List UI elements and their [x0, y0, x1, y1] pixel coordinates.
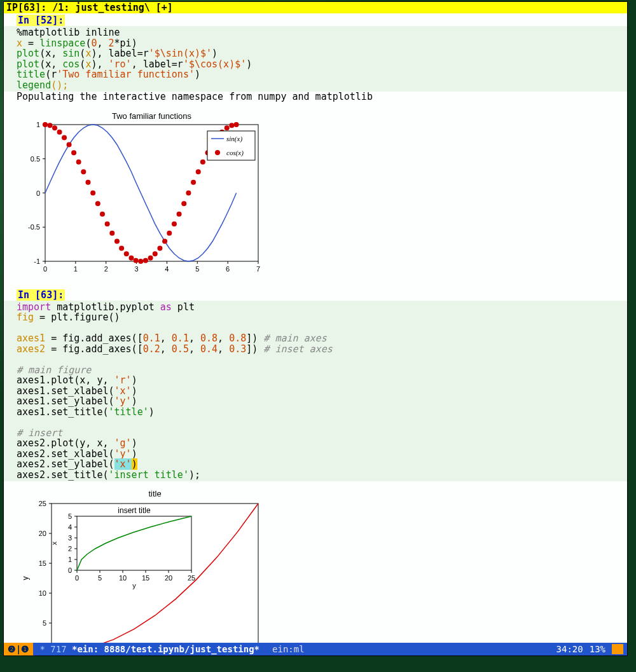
svg-text:5: 5	[43, 619, 46, 627]
svg-point-46	[128, 255, 134, 260]
svg-text:10: 10	[119, 574, 127, 582]
svg-point-48	[138, 259, 143, 264]
svg-text:0: 0	[68, 566, 72, 574]
svg-text:15: 15	[39, 559, 46, 567]
svg-text:0: 0	[43, 265, 47, 273]
svg-point-30	[52, 125, 57, 130]
svg-text:title: title	[148, 489, 161, 498]
svg-text:5: 5	[98, 574, 102, 582]
modeline-pos: 34:20	[556, 644, 583, 654]
modeline-pct: 13%	[590, 644, 605, 654]
svg-text:0: 0	[75, 574, 79, 582]
svg-point-61	[200, 159, 205, 164]
cursor-region: 'x'	[114, 458, 132, 470]
code-cell-1[interactable]: %matplotlib inline x = linspace(0, 2*pi)…	[4, 26, 627, 92]
svg-point-50	[148, 255, 153, 260]
svg-text:25: 25	[39, 500, 46, 507]
svg-text:y: y	[21, 577, 30, 580]
window-title: IP[63]: /1: just_testing\ [+]	[4, 2, 627, 13]
cell-output-1: Populating the interactive namespace fro…	[4, 92, 627, 102]
svg-text:x: x	[50, 541, 58, 545]
svg-rect-103	[77, 516, 191, 570]
svg-text:3: 3	[68, 534, 72, 542]
svg-text:2: 2	[68, 545, 72, 552]
svg-text:0.5: 0.5	[31, 154, 40, 162]
svg-point-67	[229, 123, 234, 128]
svg-text:-1: -1	[34, 257, 40, 265]
svg-text:y: y	[132, 582, 136, 589]
cell-prompt-2: In [63]:	[17, 289, 65, 301]
modeline: ❷|❶ * 717 *ein: 8888/test.ipynb/just_tes…	[4, 643, 627, 655]
svg-text:25: 25	[188, 574, 195, 582]
svg-point-39	[95, 201, 100, 206]
cell-prompt-1: In [52]:	[17, 15, 65, 26]
svg-point-47	[134, 257, 139, 263]
chart-1: Two familiar functions01234567-1-0.500.5…	[17, 109, 627, 277]
svg-point-68	[234, 122, 239, 127]
svg-text:1: 1	[68, 556, 72, 563]
svg-point-44	[119, 245, 124, 250]
svg-text:cos(x): cos(x)	[226, 149, 244, 157]
svg-point-54	[167, 230, 172, 235]
svg-point-53	[162, 238, 167, 243]
cursor: )	[132, 458, 137, 470]
svg-point-37	[85, 179, 90, 184]
svg-text:Two familiar functions: Two familiar functions	[112, 111, 191, 121]
emacs-window: IP[63]: /1: just_testing\ [+] In [52]: %…	[3, 1, 628, 656]
svg-point-31	[57, 129, 62, 134]
chart-2: title0123450510152025xyinsert title05101…	[17, 488, 627, 643]
svg-point-29	[48, 123, 53, 128]
svg-text:2: 2	[104, 265, 108, 273]
svg-text:7: 7	[256, 265, 260, 273]
svg-point-43	[114, 238, 120, 243]
svg-text:1: 1	[36, 121, 40, 128]
svg-text:15: 15	[142, 574, 149, 582]
svg-point-51	[153, 251, 158, 256]
modeline-indicator	[612, 644, 623, 654]
svg-point-52	[157, 245, 162, 250]
svg-point-28	[43, 122, 48, 127]
svg-point-59	[191, 179, 196, 184]
svg-point-32	[62, 135, 67, 140]
svg-text:insert title: insert title	[118, 506, 151, 515]
svg-point-40	[100, 211, 105, 216]
svg-text:1: 1	[74, 265, 78, 273]
svg-point-60	[196, 169, 201, 174]
svg-point-49	[143, 257, 148, 263]
svg-text:6: 6	[226, 265, 230, 273]
code-cell-2[interactable]: import matplotlib.pyplot as plt fig = pl…	[4, 301, 627, 482]
svg-text:3: 3	[135, 265, 139, 273]
svg-text:4: 4	[68, 523, 72, 531]
modeline-buffer: * 717 *ein: 8888/test.ipynb/just_testing…	[33, 644, 266, 654]
code-line: %matplotlib inline	[17, 27, 120, 38]
svg-text:0: 0	[36, 189, 40, 196]
svg-text:5: 5	[68, 512, 72, 520]
svg-point-56	[177, 211, 182, 216]
svg-point-33	[67, 142, 72, 147]
svg-point-36	[81, 169, 86, 174]
svg-point-38	[90, 190, 95, 195]
svg-text:sin(x): sin(x)	[226, 135, 242, 143]
svg-text:20: 20	[165, 574, 172, 582]
buffer-content[interactable]: In [52]: %matplotlib inline x = linspace…	[4, 13, 627, 643]
svg-point-42	[109, 230, 114, 235]
svg-point-34	[71, 150, 76, 155]
svg-point-58	[186, 190, 191, 195]
modeline-mode: ein:ml	[266, 644, 311, 654]
svg-point-57	[181, 201, 186, 206]
svg-point-55	[172, 221, 177, 226]
svg-point-72	[215, 150, 220, 155]
svg-text:-0.5: -0.5	[28, 223, 40, 231]
modeline-window-num: ❷|❶	[4, 643, 33, 655]
svg-point-45	[124, 251, 129, 256]
svg-text:20: 20	[39, 530, 46, 537]
svg-text:10: 10	[39, 589, 46, 597]
svg-point-41	[105, 221, 110, 226]
svg-point-66	[225, 125, 230, 130]
svg-text:5: 5	[195, 265, 199, 273]
svg-point-35	[76, 159, 81, 164]
svg-text:4: 4	[165, 265, 169, 273]
